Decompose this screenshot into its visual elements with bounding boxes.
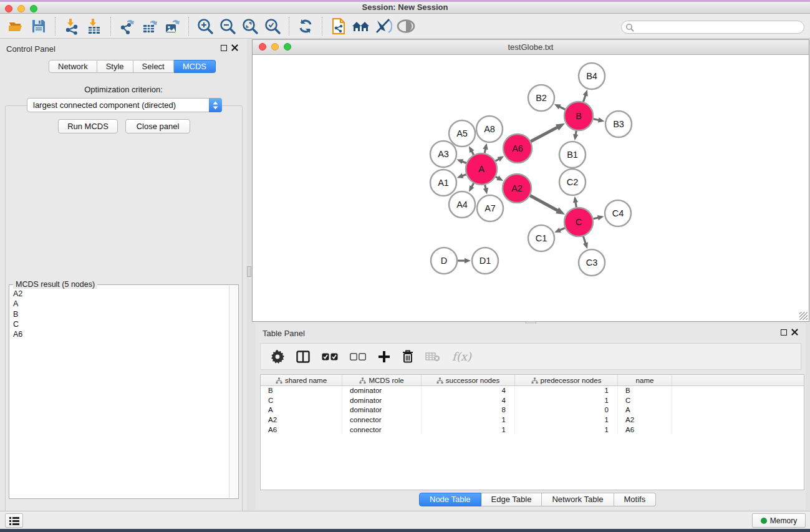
search-input[interactable]	[634, 22, 804, 32]
network-canvas[interactable]: AA6A2BCA5A8A3A1A4A7B2B4B3B1C2C4C1C3DD1	[253, 55, 809, 321]
maximize-network-window-button[interactable]	[284, 43, 291, 51]
toolbar-separator	[188, 17, 189, 36]
tab-edge-table[interactable]: Edge Table	[481, 493, 542, 506]
close-window-button[interactable]	[5, 5, 12, 12]
deselect-all-button[interactable]	[350, 353, 366, 360]
export-network-icon	[118, 17, 136, 35]
minimize-window-button[interactable]	[17, 5, 25, 12]
show-graphics-details-button[interactable]	[395, 16, 417, 37]
node-label-A2: A2	[511, 183, 523, 193]
network-window-title: testGlobe.txt	[508, 42, 554, 52]
tab-network[interactable]: Network	[49, 60, 97, 73]
zoom-fit-button[interactable]	[239, 16, 261, 37]
function-builder-button[interactable]: f(x)	[452, 350, 471, 363]
column-header-mcds-role[interactable]: MCDS role	[342, 375, 422, 385]
mcds-result-title: MCDS result (5 nodes)	[13, 280, 97, 289]
close-panel-icon[interactable]	[231, 44, 238, 51]
open-file-button[interactable]	[5, 16, 27, 37]
table-row[interactable]: A2connector11A2	[261, 415, 804, 425]
table-panel: Table Panel	[256, 324, 806, 510]
result-item[interactable]: A2	[11, 289, 228, 299]
cell-predecessor-nodes: 1	[515, 386, 618, 396]
edge-arrowhead	[465, 258, 471, 263]
zoom-out-button[interactable]	[216, 16, 239, 37]
tab-motifs[interactable]: Motifs	[614, 493, 657, 506]
criterion-dropdown[interactable]: largest connected component (directed)	[27, 98, 222, 112]
node-label-B4: B4	[586, 71, 597, 81]
table-row[interactable]: Adominator80A	[261, 405, 804, 415]
float-table-panel-icon[interactable]	[781, 329, 787, 336]
maximize-window-button[interactable]	[30, 5, 37, 12]
tab-mcds[interactable]: MCDS	[174, 60, 216, 73]
result-item[interactable]: A	[11, 299, 228, 309]
node-label-D: D	[441, 256, 447, 266]
hide-selection-button[interactable]	[372, 16, 395, 37]
table-row[interactable]: A6connector11A6	[261, 425, 804, 435]
float-panel-icon[interactable]	[221, 45, 227, 51]
network-window-titlebar[interactable]: testGlobe.txt	[253, 40, 809, 55]
node-label-A6: A6	[512, 143, 523, 153]
delete-table-button[interactable]	[425, 352, 440, 362]
table-settings-button[interactable]	[271, 350, 284, 364]
result-item[interactable]: B	[11, 309, 228, 319]
column-header-shared-name[interactable]: shared name	[261, 375, 342, 385]
network-graph[interactable]: AA6A2BCA5A8A3A1A4A7B2B4B3B1C2C4C1C3DD1	[253, 55, 809, 321]
import-network-button[interactable]	[60, 16, 83, 37]
zoom-selected-button[interactable]	[261, 16, 284, 37]
select-all-button[interactable]	[322, 353, 338, 360]
import-table-button[interactable]	[83, 16, 105, 37]
cell-successor-nodes: 4	[422, 396, 515, 406]
cell-name: A6	[618, 425, 672, 435]
edge-arrowhead	[583, 90, 588, 97]
control-panel-title: Control Panel	[6, 44, 55, 54]
result-item[interactable]: A6	[11, 329, 228, 339]
tab-style[interactable]: Style	[97, 60, 133, 73]
column-header-predecessor-nodes[interactable]: predecessor nodes	[515, 375, 618, 385]
save-icon	[31, 19, 46, 34]
search-field[interactable]	[621, 21, 804, 34]
cell-mcds-role: dominator	[342, 386, 422, 396]
close-network-window-button[interactable]	[259, 43, 266, 51]
delete-column-button[interactable]	[402, 350, 413, 363]
import-network-icon	[63, 17, 80, 35]
table-header-row: shared nameMCDS rolesuccessor nodesprede…	[261, 375, 804, 386]
mcds-result-list[interactable]: A2ABCA6	[11, 289, 228, 497]
tab-select[interactable]: Select	[133, 60, 174, 73]
result-scrollbar[interactable]	[229, 286, 238, 498]
tab-node-table[interactable]: Node Table	[419, 493, 481, 506]
graph-edge-A2-C[interactable]	[530, 195, 559, 211]
close-panel-button[interactable]: Close panel	[125, 119, 190, 133]
close-table-panel-icon[interactable]	[791, 329, 798, 336]
table-row[interactable]: Cdominator41C	[261, 396, 804, 406]
add-column-button[interactable]	[378, 351, 390, 363]
tab-network-table[interactable]: Network Table	[542, 493, 614, 506]
cell-shared-name: C	[261, 396, 342, 406]
task-history-button[interactable]	[5, 513, 23, 528]
new-network-from-selection-button[interactable]	[327, 16, 350, 37]
zoom-in-button[interactable]	[194, 16, 216, 37]
result-item[interactable]: C	[11, 319, 228, 329]
window-resize-grip[interactable]	[799, 312, 808, 320]
memory-button[interactable]: Memory	[752, 513, 806, 528]
refresh-button[interactable]	[294, 16, 317, 37]
column-header-successor-nodes[interactable]: successor nodes	[422, 375, 515, 385]
network-window-controls	[259, 43, 291, 51]
export-image-button[interactable]	[161, 16, 183, 37]
column-header-name[interactable]: name	[618, 375, 672, 385]
node-label-B1: B1	[567, 150, 578, 160]
vertical-split-handle[interactable]	[247, 266, 251, 277]
first-neighbors-button[interactable]	[350, 16, 372, 37]
minimize-network-window-button[interactable]	[271, 43, 279, 51]
edge-arrowhead	[483, 143, 488, 150]
table-row[interactable]: Bdominator41B	[261, 386, 804, 396]
export-table-button[interactable]	[138, 16, 161, 37]
graph-edge-A6-B[interactable]	[531, 127, 559, 142]
cell-predecessor-nodes: 1	[515, 415, 618, 425]
export-network-button[interactable]	[116, 16, 138, 37]
cell-successor-nodes: 4	[422, 386, 515, 396]
table-columns-button[interactable]	[296, 351, 310, 363]
run-mcds-button[interactable]: Run MCDS	[58, 119, 118, 133]
save-session-button[interactable]	[27, 16, 50, 37]
double-house-icon	[352, 19, 370, 34]
window-controls	[5, 5, 37, 12]
